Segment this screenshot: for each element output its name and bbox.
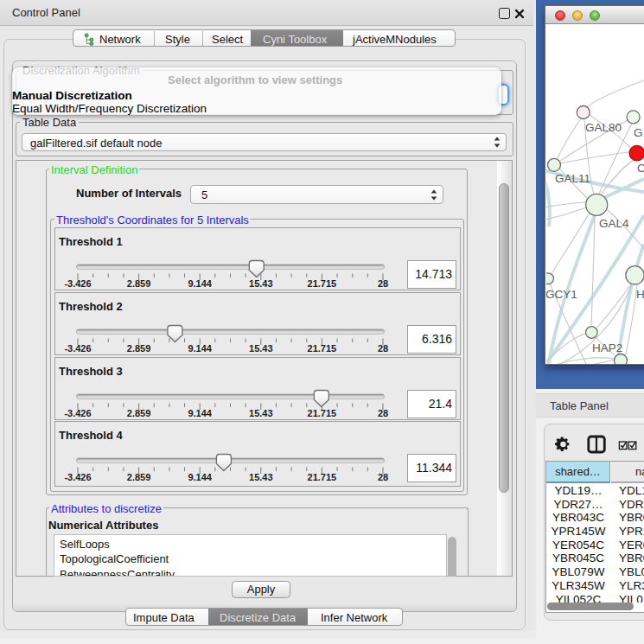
svg-text:H: H <box>636 288 644 301</box>
svg-text:21.715: 21.715 <box>308 343 337 354</box>
svg-text:2.859: 2.859 <box>127 472 151 482</box>
svg-text:28: 28 <box>378 343 388 354</box>
svg-text:9.144: 9.144 <box>188 278 212 289</box>
svg-text:GAL11: GAL11 <box>555 172 590 185</box>
svg-text:GAL80: GAL80 <box>585 121 622 134</box>
svg-text:-3.426: -3.426 <box>64 408 91 418</box>
svg-text:-3.426: -3.426 <box>64 472 91 482</box>
svg-text:2.859: 2.859 <box>127 278 151 289</box>
svg-text:15.43: 15.43 <box>249 408 273 418</box>
svg-text:15.43: 15.43 <box>249 343 273 354</box>
svg-text:21.715: 21.715 <box>308 278 337 289</box>
svg-text:GCY1: GCY1 <box>546 288 577 301</box>
svg-text:21.715: 21.715 <box>308 408 337 418</box>
svg-text:-3.426: -3.426 <box>64 278 91 289</box>
svg-text:HAP2: HAP2 <box>592 341 622 354</box>
svg-text:9.144: 9.144 <box>188 472 212 482</box>
svg-text:28: 28 <box>378 278 388 289</box>
svg-text:9.144: 9.144 <box>188 343 212 354</box>
svg-text:28: 28 <box>378 408 388 418</box>
svg-text:15.43: 15.43 <box>249 278 273 289</box>
svg-text:15.43: 15.43 <box>249 472 273 482</box>
svg-text:9.144: 9.144 <box>188 408 212 418</box>
svg-text:28: 28 <box>378 472 388 482</box>
svg-text:GAL4: GAL4 <box>599 217 629 230</box>
svg-text:2.859: 2.859 <box>127 343 151 354</box>
svg-text:G.: G. <box>634 126 644 139</box>
svg-text:2.859: 2.859 <box>127 408 151 418</box>
svg-text:-3.426: -3.426 <box>64 343 91 354</box>
svg-text:C: C <box>637 162 644 175</box>
svg-text:21.715: 21.715 <box>308 472 337 482</box>
